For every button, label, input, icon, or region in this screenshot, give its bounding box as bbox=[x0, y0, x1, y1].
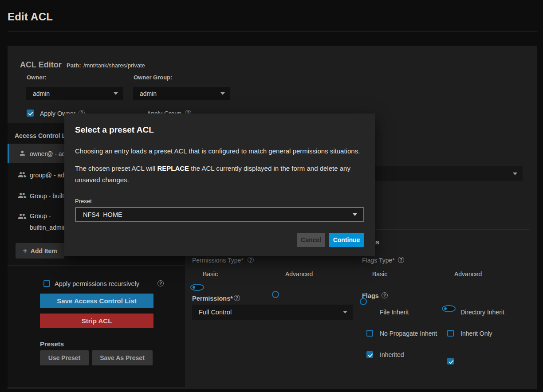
continue-button[interactable]: Continue bbox=[329, 233, 364, 247]
group-icon bbox=[18, 212, 27, 220]
cancel-button[interactable]: Cancel bbox=[297, 233, 325, 247]
help-icon[interactable]: ? bbox=[234, 295, 240, 301]
add-item-button[interactable]: + Add Item bbox=[16, 243, 64, 259]
acl-editor-heading: ACL Editor bbox=[20, 60, 62, 70]
acl-list-item-group-builtin[interactable]: Group - builti bbox=[30, 192, 65, 200]
add-item-label: Add Item bbox=[31, 247, 57, 255]
person-icon bbox=[19, 149, 26, 157]
permissions-type-basic-label: Basic bbox=[203, 270, 218, 278]
use-preset-button[interactable]: Use Preset bbox=[40, 350, 89, 365]
acl-list-item-group-builtin-admin[interactable]: Group - bbox=[30, 212, 51, 220]
apply-owner-checkbox[interactable] bbox=[27, 110, 34, 117]
save-acl-label: Save Access Control List bbox=[57, 297, 137, 305]
permissions-type-advanced-label: Advanced bbox=[285, 270, 313, 278]
selected-indicator bbox=[8, 144, 9, 163]
preset-select-value: NFS4_HOME bbox=[83, 211, 353, 218]
permissions-type-basic-radio[interactable] bbox=[190, 284, 204, 291]
flag-inherit-only-label: Inherit Only bbox=[460, 330, 492, 337]
acl-list-item-label-line2: builtin_admin bbox=[30, 224, 67, 231]
chevron-down-icon bbox=[353, 213, 357, 216]
flags-type-basic-label: Basic bbox=[372, 270, 387, 278]
permissions-label: Permissions* bbox=[192, 295, 233, 302]
owner-group-label: Owner Group: bbox=[134, 74, 172, 81]
flag-inherit-only-checkbox[interactable] bbox=[447, 330, 454, 337]
save-acl-button[interactable]: Save Access Control List bbox=[40, 294, 153, 308]
permissions-select-value: Full Control bbox=[199, 309, 343, 316]
flag-directory-inherit-checkbox[interactable] bbox=[447, 358, 454, 365]
flag-no-propagate-checkbox[interactable] bbox=[366, 330, 373, 337]
permissions-type-advanced-radio[interactable] bbox=[272, 291, 279, 298]
path-label: Path: bbox=[67, 62, 81, 69]
apply-recursively-label: Apply permissions recursively bbox=[55, 280, 139, 287]
group-icon bbox=[18, 192, 27, 199]
divider bbox=[8, 265, 185, 266]
page-title: Edit ACL bbox=[8, 11, 53, 23]
permissions-type-label: Permissions Type* bbox=[192, 257, 244, 264]
flag-directory-inherit-label: Directory Inherit bbox=[460, 309, 504, 316]
continue-label: Continue bbox=[333, 236, 360, 243]
divider bbox=[8, 31, 537, 31]
strip-acl-label: Strip ACL bbox=[82, 317, 112, 325]
dialog-text-2: The chosen preset ACL will REPLACE the A… bbox=[75, 163, 367, 186]
flag-file-inherit-label: File Inherit bbox=[380, 309, 409, 316]
flag-no-propagate-label: No Propagate Inherit bbox=[380, 330, 437, 337]
group-icon bbox=[18, 171, 27, 178]
plus-icon: + bbox=[23, 247, 28, 255]
dialog-title: Select a preset ACL bbox=[75, 125, 154, 135]
flag-file-inherit-checkbox[interactable] bbox=[366, 351, 373, 358]
preset-select[interactable]: NFS4_HOME bbox=[75, 207, 364, 222]
use-preset-label: Use Preset bbox=[48, 354, 80, 361]
save-as-preset-label: Save As Preset bbox=[100, 354, 145, 361]
dialog-text-1: Choosing an entry loads a preset ACL tha… bbox=[75, 145, 366, 157]
presets-heading: Presets bbox=[40, 340, 64, 348]
flags-label: Flags bbox=[362, 292, 379, 299]
flags-type-advanced-radio[interactable] bbox=[442, 305, 456, 312]
owner-group-select-value: admin bbox=[140, 90, 220, 97]
dialog-text-2-prefix: The chosen preset ACL will bbox=[75, 165, 157, 172]
chevron-down-icon bbox=[114, 92, 118, 95]
chevron-down-icon bbox=[343, 311, 347, 314]
save-as-preset-button[interactable]: Save As Preset bbox=[92, 350, 153, 365]
flags-type-label: Flags Type* bbox=[362, 257, 395, 264]
help-icon[interactable]: ? bbox=[382, 292, 388, 298]
strip-acl-button[interactable]: Strip ACL bbox=[40, 314, 153, 328]
help-icon[interactable]: ? bbox=[248, 257, 254, 263]
acl-list-item-group[interactable]: group@ - adm bbox=[30, 172, 70, 179]
owner-label: Owner: bbox=[27, 74, 47, 81]
permissions-select[interactable]: Full Control bbox=[192, 305, 353, 320]
chevron-down-icon bbox=[220, 92, 225, 95]
apply-recursively-checkbox[interactable] bbox=[43, 280, 50, 287]
help-icon[interactable]: ? bbox=[157, 280, 164, 286]
dialog-text-2-bold: REPLACE bbox=[157, 165, 189, 172]
chevron-down-icon bbox=[513, 172, 517, 175]
flag-inherited-label: Inherited bbox=[380, 351, 404, 358]
cancel-label: Cancel bbox=[301, 236, 321, 243]
owner-select[interactable]: admin bbox=[26, 87, 123, 100]
help-icon[interactable]: ? bbox=[398, 257, 404, 263]
preset-label: Preset bbox=[75, 198, 92, 204]
owner-select-value: admin bbox=[33, 90, 114, 97]
select-preset-dialog: Select a preset ACL Choosing an entry lo… bbox=[64, 114, 375, 256]
path-value: /mnt/tank/shares/private bbox=[83, 62, 145, 69]
owner-group-select[interactable]: admin bbox=[133, 87, 230, 100]
edit-acl-page: Edit ACL ACL Editor Path: /mnt/tank/shar… bbox=[0, 0, 543, 392]
flags-type-advanced-label: Advanced bbox=[454, 270, 482, 278]
